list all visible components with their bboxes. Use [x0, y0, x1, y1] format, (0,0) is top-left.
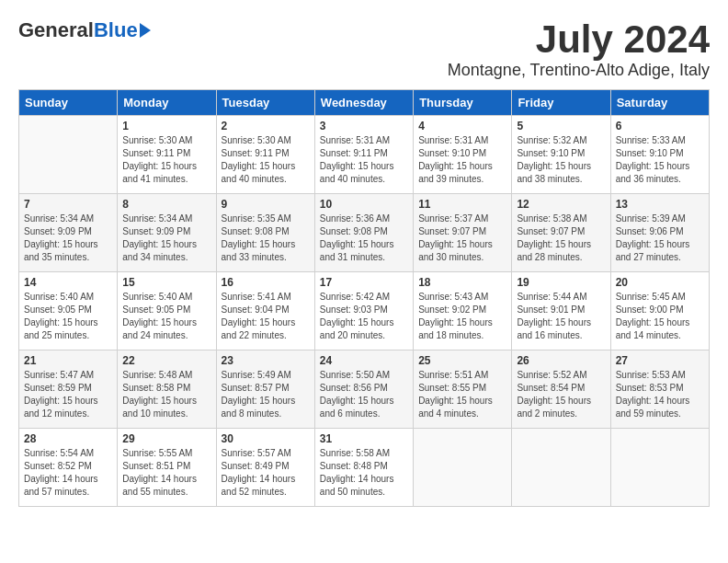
calendar-cell: 15Sunrise: 5:40 AM Sunset: 9:05 PM Dayli…	[118, 272, 216, 350]
day-info: Sunrise: 5:35 AM Sunset: 9:08 PM Dayligh…	[222, 213, 310, 264]
calendar-cell: 13Sunrise: 5:39 AM Sunset: 9:06 PM Dayli…	[610, 194, 709, 272]
day-number: 26	[517, 354, 605, 367]
day-number: 10	[320, 198, 408, 211]
calendar-week-row: 21Sunrise: 5:47 AM Sunset: 8:59 PM Dayli…	[19, 350, 710, 429]
day-number: 14	[24, 276, 112, 289]
day-info: Sunrise: 5:34 AM Sunset: 9:09 PM Dayligh…	[24, 213, 112, 264]
day-info: Sunrise: 5:39 AM Sunset: 9:06 PM Dayligh…	[616, 213, 704, 264]
weekday-header: Monday	[118, 90, 216, 116]
calendar-cell: 19Sunrise: 5:44 AM Sunset: 9:01 PM Dayli…	[512, 272, 610, 350]
calendar-cell: 22Sunrise: 5:48 AM Sunset: 8:58 PM Dayli…	[118, 350, 216, 429]
day-number: 9	[222, 198, 310, 211]
day-info: Sunrise: 5:30 AM Sunset: 9:11 PM Dayligh…	[222, 134, 310, 186]
day-info: Sunrise: 5:43 AM Sunset: 9:02 PM Dayligh…	[418, 291, 506, 342]
logo-blue-text: Blue	[94, 18, 138, 42]
calendar-cell: 27Sunrise: 5:53 AM Sunset: 8:53 PM Dayli…	[610, 350, 709, 429]
calendar-cell: 16Sunrise: 5:41 AM Sunset: 9:04 PM Dayli…	[216, 272, 314, 350]
day-info: Sunrise: 5:41 AM Sunset: 9:04 PM Dayligh…	[222, 291, 310, 342]
day-number: 8	[122, 198, 210, 211]
day-info: Sunrise: 5:31 AM Sunset: 9:10 PM Dayligh…	[418, 134, 506, 186]
day-info: Sunrise: 5:52 AM Sunset: 8:54 PM Dayligh…	[517, 369, 605, 420]
calendar-cell	[414, 429, 512, 507]
calendar-cell: 24Sunrise: 5:50 AM Sunset: 8:56 PM Dayli…	[314, 350, 413, 429]
day-number: 11	[418, 198, 506, 211]
day-number: 31	[320, 432, 408, 445]
day-number: 4	[418, 120, 506, 132]
day-info: Sunrise: 5:44 AM Sunset: 9:01 PM Dayligh…	[517, 291, 605, 342]
calendar-header-row: SundayMondayTuesdayWednesdayThursdayFrid…	[19, 90, 710, 116]
calendar-week-row: 28Sunrise: 5:54 AM Sunset: 8:52 PM Dayli…	[19, 429, 710, 507]
day-info: Sunrise: 5:40 AM Sunset: 9:05 PM Dayligh…	[122, 291, 210, 342]
calendar-cell: 29Sunrise: 5:55 AM Sunset: 8:51 PM Dayli…	[118, 429, 216, 507]
day-number: 3	[320, 120, 408, 132]
calendar-cell: 17Sunrise: 5:42 AM Sunset: 9:03 PM Dayli…	[314, 272, 413, 350]
calendar-cell: 26Sunrise: 5:52 AM Sunset: 8:54 PM Dayli…	[512, 350, 610, 429]
day-number: 18	[418, 276, 506, 289]
day-number: 30	[222, 432, 310, 445]
day-number: 23	[222, 354, 310, 367]
day-info: Sunrise: 5:32 AM Sunset: 9:10 PM Dayligh…	[517, 134, 605, 186]
calendar-cell	[610, 429, 709, 507]
calendar-cell: 30Sunrise: 5:57 AM Sunset: 8:49 PM Dayli…	[216, 429, 314, 507]
day-number: 21	[24, 354, 112, 367]
day-info: Sunrise: 5:49 AM Sunset: 8:57 PM Dayligh…	[222, 369, 310, 420]
day-number: 16	[222, 276, 310, 289]
day-number: 5	[517, 120, 605, 132]
calendar-cell: 3Sunrise: 5:31 AM Sunset: 9:11 PM Daylig…	[314, 116, 413, 194]
day-number: 15	[122, 276, 210, 289]
calendar-table: SundayMondayTuesdayWednesdayThursdayFrid…	[18, 89, 710, 507]
day-number: 12	[517, 198, 605, 211]
logo: GeneralBlue	[18, 18, 151, 42]
day-info: Sunrise: 5:57 AM Sunset: 8:49 PM Dayligh…	[222, 447, 310, 499]
day-number: 28	[24, 432, 112, 445]
calendar-cell: 18Sunrise: 5:43 AM Sunset: 9:02 PM Dayli…	[414, 272, 512, 350]
day-number: 24	[320, 354, 408, 367]
day-number: 7	[24, 198, 112, 211]
day-number: 22	[122, 354, 210, 367]
logo-general-text: General	[18, 18, 94, 42]
day-info: Sunrise: 5:37 AM Sunset: 9:07 PM Dayligh…	[418, 213, 506, 264]
weekday-header: Friday	[512, 90, 610, 116]
calendar-cell: 20Sunrise: 5:45 AM Sunset: 9:00 PM Dayli…	[610, 272, 709, 350]
location-title: Montagne, Trentino-Alto Adige, Italy	[448, 61, 710, 80]
day-info: Sunrise: 5:36 AM Sunset: 9:08 PM Dayligh…	[320, 213, 408, 264]
calendar-cell: 31Sunrise: 5:58 AM Sunset: 8:48 PM Dayli…	[314, 429, 413, 507]
day-info: Sunrise: 5:55 AM Sunset: 8:51 PM Dayligh…	[122, 447, 210, 499]
calendar-cell: 28Sunrise: 5:54 AM Sunset: 8:52 PM Dayli…	[19, 429, 118, 507]
day-number: 13	[616, 198, 704, 211]
day-number: 6	[616, 120, 704, 132]
day-info: Sunrise: 5:38 AM Sunset: 9:07 PM Dayligh…	[517, 213, 605, 264]
day-info: Sunrise: 5:54 AM Sunset: 8:52 PM Dayligh…	[24, 447, 112, 499]
day-number: 20	[616, 276, 704, 289]
day-info: Sunrise: 5:42 AM Sunset: 9:03 PM Dayligh…	[320, 291, 408, 342]
calendar-week-row: 7Sunrise: 5:34 AM Sunset: 9:09 PM Daylig…	[19, 194, 710, 272]
calendar-week-row: 14Sunrise: 5:40 AM Sunset: 9:05 PM Dayli…	[19, 272, 710, 350]
weekday-header: Tuesday	[216, 90, 314, 116]
day-info: Sunrise: 5:58 AM Sunset: 8:48 PM Dayligh…	[320, 447, 408, 499]
day-info: Sunrise: 5:33 AM Sunset: 9:10 PM Dayligh…	[616, 134, 704, 186]
day-number: 19	[517, 276, 605, 289]
title-section: July 2024 Montagne, Trentino-Alto Adige,…	[448, 18, 710, 80]
day-info: Sunrise: 5:51 AM Sunset: 8:55 PM Dayligh…	[418, 369, 506, 420]
month-title: July 2024	[448, 18, 710, 61]
calendar-cell: 21Sunrise: 5:47 AM Sunset: 8:59 PM Dayli…	[19, 350, 118, 429]
calendar-cell: 1Sunrise: 5:30 AM Sunset: 9:11 PM Daylig…	[118, 116, 216, 194]
calendar-cell	[512, 429, 610, 507]
calendar-cell: 9Sunrise: 5:35 AM Sunset: 9:08 PM Daylig…	[216, 194, 314, 272]
weekday-header: Sunday	[19, 90, 118, 116]
calendar-cell: 7Sunrise: 5:34 AM Sunset: 9:09 PM Daylig…	[19, 194, 118, 272]
weekday-header: Wednesday	[314, 90, 413, 116]
day-info: Sunrise: 5:30 AM Sunset: 9:11 PM Dayligh…	[122, 134, 210, 186]
logo-arrow-icon	[140, 23, 151, 38]
calendar-cell: 6Sunrise: 5:33 AM Sunset: 9:10 PM Daylig…	[610, 116, 709, 194]
calendar-cell: 8Sunrise: 5:34 AM Sunset: 9:09 PM Daylig…	[118, 194, 216, 272]
day-number: 27	[616, 354, 704, 367]
day-info: Sunrise: 5:50 AM Sunset: 8:56 PM Dayligh…	[320, 369, 408, 420]
page-header: GeneralBlue July 2024 Montagne, Trentino…	[18, 18, 710, 80]
day-info: Sunrise: 5:48 AM Sunset: 8:58 PM Dayligh…	[122, 369, 210, 420]
calendar-cell: 14Sunrise: 5:40 AM Sunset: 9:05 PM Dayli…	[19, 272, 118, 350]
day-info: Sunrise: 5:40 AM Sunset: 9:05 PM Dayligh…	[24, 291, 112, 342]
calendar-cell: 23Sunrise: 5:49 AM Sunset: 8:57 PM Dayli…	[216, 350, 314, 429]
calendar-cell: 11Sunrise: 5:37 AM Sunset: 9:07 PM Dayli…	[414, 194, 512, 272]
day-number: 29	[122, 432, 210, 445]
